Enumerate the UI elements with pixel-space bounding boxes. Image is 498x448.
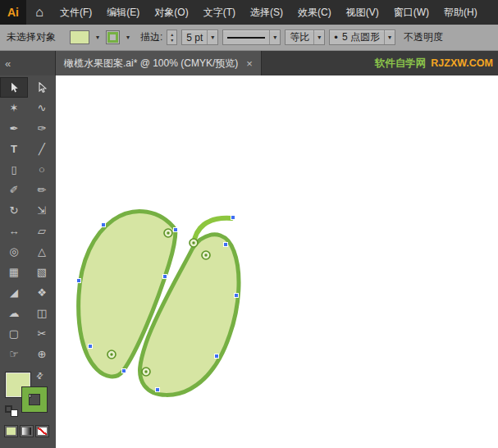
eyedropper-tool[interactable]: ◢ xyxy=(0,282,28,303)
width-tool[interactable]: ↔ xyxy=(0,221,28,241)
direct-selection-arrow-icon xyxy=(36,82,48,94)
anchor-point[interactable] xyxy=(102,223,106,227)
anchor-point[interactable] xyxy=(174,228,178,232)
pencil-icon: ✏ xyxy=(38,184,47,196)
anchor-point[interactable] xyxy=(122,369,126,373)
selection-tool[interactable] xyxy=(0,77,28,98)
stroke-style-chevron-icon[interactable]: ▾ xyxy=(269,30,280,44)
perspective-grid-icon: △ xyxy=(38,245,46,258)
menu-select[interactable]: 选择(S) xyxy=(243,0,290,25)
anchor-point[interactable] xyxy=(231,216,235,220)
color-mode-icon xyxy=(7,427,16,435)
tools-panel-header: « xyxy=(0,51,56,75)
stroke-width-field[interactable]: 5 pt ▾ xyxy=(181,30,218,45)
width-icon: ↔ xyxy=(9,225,20,237)
anchor-point[interactable] xyxy=(235,294,239,298)
rotate-icon: ↻ xyxy=(10,204,19,217)
scale-tool[interactable]: ⇲ xyxy=(28,200,56,221)
width-profile-chevron-icon[interactable]: ▾ xyxy=(313,30,324,44)
brush-dot-icon: • xyxy=(334,34,338,42)
olive-artwork xyxy=(56,75,498,448)
free-transform-tool[interactable]: ▱ xyxy=(28,221,56,241)
curvature-icon: ✑ xyxy=(38,122,47,135)
menu-view[interactable]: 视图(V) xyxy=(339,0,386,25)
anchor-point[interactable] xyxy=(89,345,93,349)
tab-bar: « 橄榄水果图案.ai* @ 100% (CMYK/预览) × 软件自学网 RJ… xyxy=(0,51,498,75)
type-tool[interactable]: T xyxy=(0,139,28,159)
main-area: ✶ ∿ ✒ ✑ T ╱ ▯ ○ ✐ ✏ ↻ ⇲ ↔ ▱ ◎ △ ▦ ▧ ◢ ❖ xyxy=(0,75,498,448)
perspective-grid-tool[interactable]: △ xyxy=(28,241,56,262)
stroke-style-dropdown[interactable]: ▾ xyxy=(222,30,281,45)
blend-tool[interactable]: ❖ xyxy=(28,282,56,303)
pencil-tool[interactable]: ✏ xyxy=(28,180,56,200)
menu-effect[interactable]: 效果(C) xyxy=(290,0,339,25)
menu-type[interactable]: 文字(T) xyxy=(196,0,243,25)
menu-edit[interactable]: 编辑(E) xyxy=(99,0,147,25)
canvas[interactable] xyxy=(56,75,498,448)
magic-wand-icon: ✶ xyxy=(10,102,19,114)
color-mode-button[interactable] xyxy=(4,425,18,437)
menu-object[interactable]: 对象(O) xyxy=(147,0,195,25)
pen-tool[interactable]: ✒ xyxy=(0,118,28,139)
anchor-point[interactable] xyxy=(77,279,81,283)
width-profile-dropdown[interactable]: 等比 ▾ xyxy=(285,30,325,45)
menu-window[interactable]: 窗口(W) xyxy=(386,0,436,25)
artboard-tool[interactable]: ▢ xyxy=(0,323,28,344)
anchor-dot xyxy=(110,353,112,355)
ellipse-tool[interactable]: ○ xyxy=(28,159,56,180)
lasso-tool[interactable]: ∿ xyxy=(28,98,56,118)
graph-icon: ◫ xyxy=(37,307,47,319)
gradient-mode-button[interactable] xyxy=(20,425,34,437)
symbol-sprayer-icon: ☁ xyxy=(9,307,20,319)
anchor-point[interactable] xyxy=(156,388,160,392)
stroke-width-chevron-icon[interactable]: ▾ xyxy=(207,30,217,44)
rotate-tool[interactable]: ↻ xyxy=(0,200,28,221)
brush-chevron-icon[interactable]: ▾ xyxy=(384,30,395,44)
stroke-swatch[interactable] xyxy=(22,387,47,412)
rectangle-icon: ▯ xyxy=(11,163,16,176)
default-colors-icon[interactable] xyxy=(5,405,18,417)
stroke-width-value: 5 pt xyxy=(186,32,203,43)
paintbrush-icon: ✐ xyxy=(10,184,19,196)
graph-tool[interactable]: ◫ xyxy=(28,303,56,323)
anchor-point[interactable] xyxy=(215,354,219,359)
zoom-tool[interactable]: ⊕ xyxy=(28,344,56,364)
anchor-point[interactable] xyxy=(163,275,167,279)
home-icon[interactable]: ⌂ xyxy=(26,5,53,20)
gradient-tool[interactable]: ▧ xyxy=(28,262,56,282)
slice-tool[interactable]: ✂ xyxy=(28,323,56,344)
rectangle-tool[interactable]: ▯ xyxy=(0,159,28,180)
stepper-up-icon[interactable]: ▴ xyxy=(171,32,173,38)
stroke-width-stepper[interactable]: ▴ ▾ xyxy=(167,30,177,45)
stroke-color-swatch[interactable] xyxy=(106,30,120,44)
blend-icon: ❖ xyxy=(37,286,47,299)
none-mode-button[interactable] xyxy=(35,425,49,437)
shape-builder-tool[interactable]: ◎ xyxy=(0,241,28,262)
mesh-icon: ▦ xyxy=(9,266,19,278)
menu-help[interactable]: 帮助(H) xyxy=(436,0,485,25)
symbol-sprayer-tool[interactable]: ☁ xyxy=(0,303,28,323)
direct-selection-tool[interactable] xyxy=(28,77,56,98)
lasso-icon: ∿ xyxy=(38,102,47,114)
collapse-panel-icon[interactable]: « xyxy=(5,57,11,70)
slice-icon: ✂ xyxy=(38,327,47,340)
fill-color-swatch[interactable] xyxy=(70,30,89,44)
document-tab[interactable]: 橄榄水果图案.ai* @ 100% (CMYK/预览) × xyxy=(56,51,262,75)
control-bar: 未选择对象 ▾ ▾ 描边: ▴ ▾ 5 pt ▾ ▾ 等比 ▾ • 5 点圆形 … xyxy=(0,25,498,51)
stroke-chevron-down-icon[interactable]: ▾ xyxy=(124,34,132,41)
close-tab-icon[interactable]: × xyxy=(246,57,253,70)
magic-wand-tool[interactable]: ✶ xyxy=(0,98,28,118)
hand-tool[interactable]: ☞ xyxy=(0,344,28,364)
paintbrush-tool[interactable]: ✐ xyxy=(0,180,28,200)
gradient-mode-icon xyxy=(22,427,31,435)
brush-definition-dropdown[interactable]: • 5 点圆形 ▾ xyxy=(329,30,395,45)
fill-chevron-down-icon[interactable]: ▾ xyxy=(94,34,102,41)
anchor-point[interactable] xyxy=(224,243,228,247)
mesh-tool[interactable]: ▦ xyxy=(0,262,28,282)
swap-colors-icon[interactable]: ⇄ xyxy=(34,370,45,382)
line-segment-tool[interactable]: ╱ xyxy=(28,139,56,159)
menu-file[interactable]: 文件(F) xyxy=(53,0,99,25)
curvature-tool[interactable]: ✑ xyxy=(28,118,56,139)
illustrator-logo[interactable]: Ai xyxy=(0,0,26,25)
stepper-down-icon[interactable]: ▾ xyxy=(171,38,173,43)
